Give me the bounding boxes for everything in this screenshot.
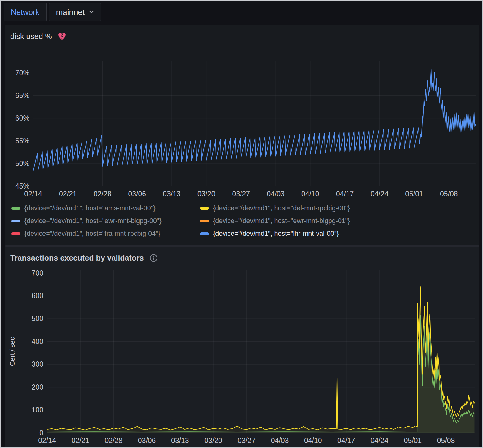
legend-label[interactable]: {device="/dev/md1", host="lhr-mnt-val-00…	[213, 230, 339, 238]
network-variable-label: Network	[4, 3, 47, 21]
dashboard-page: Network mainnet disk used % 45%50%55%60%…	[0, 0, 483, 448]
transactions-panel-title: Transactions executed by validators	[10, 253, 144, 262]
svg-text:55%: 55%	[15, 137, 29, 145]
transactions-panel-header[interactable]: Transactions executed by validators	[5, 247, 479, 262]
svg-text:02/28: 02/28	[105, 437, 123, 445]
svg-text:05/08: 05/08	[437, 437, 455, 445]
disk-used-panel: disk used % 45%50%55%60%65%70%02/1402/21…	[5, 25, 479, 246]
svg-text:03/13: 03/13	[171, 437, 189, 445]
svg-text:400: 400	[32, 338, 43, 346]
svg-text:03/20: 03/20	[197, 190, 215, 198]
legend-label[interactable]: {device="/dev/md1", host="ewr-mnt-bigpg-…	[213, 217, 350, 225]
svg-text:60%: 60%	[15, 114, 29, 122]
legend-swatch	[200, 232, 209, 235]
svg-text:02/14: 02/14	[38, 437, 56, 445]
legend-item-del-mnt-rpcbig-00[interactable]: {device="/dev/md1", host="del-mnt-rpcbig…	[200, 204, 350, 212]
legend-item-fra-mnt-rpcbig-04[interactable]: {device="/dev/md1", host="fra-mnt-rpcbig…	[11, 230, 197, 238]
svg-text:700: 700	[32, 269, 43, 277]
svg-text:04/03: 04/03	[271, 437, 289, 445]
svg-text:04/10: 04/10	[301, 190, 319, 198]
svg-text:05/01: 05/01	[405, 190, 423, 198]
network-dropdown-value[interactable]: mainnet	[56, 7, 85, 17]
broken-heart-icon	[58, 33, 66, 41]
svg-text:45%: 45%	[15, 182, 29, 190]
legend-swatch	[11, 220, 20, 222]
svg-text:04/03: 04/03	[267, 190, 285, 198]
svg-text:02/21: 02/21	[71, 437, 89, 445]
legend-label[interactable]: {device="/dev/md1", host="fra-mnt-rpcbig…	[24, 230, 160, 238]
legend-label[interactable]: {device="/dev/md1", host="ams-mnt-val-00…	[24, 204, 156, 212]
transactions-panel: Transactions executed by validators 0100…	[5, 246, 479, 448]
transactions-chart[interactable]: 010020030040050060070002/1402/2102/2803/…	[5, 263, 479, 448]
svg-text:70%: 70%	[15, 69, 29, 77]
legend-swatch	[11, 207, 20, 210]
svg-text:50%: 50%	[15, 159, 29, 168]
dashboard-topbar: Network mainnet	[4, 3, 101, 21]
svg-text:02/14: 02/14	[24, 190, 42, 198]
svg-text:500: 500	[32, 315, 43, 323]
svg-text:03/27: 03/27	[232, 190, 250, 198]
svg-text:05/08: 05/08	[440, 190, 458, 198]
svg-text:04/24: 04/24	[370, 437, 388, 445]
svg-text:03/20: 03/20	[204, 437, 222, 445]
svg-text:03/13: 03/13	[163, 190, 181, 198]
svg-text:600: 600	[32, 292, 43, 300]
svg-text:04/17: 04/17	[336, 190, 354, 198]
disk-used-panel-title: disk used %	[10, 32, 52, 41]
svg-text:03/06: 03/06	[128, 190, 146, 198]
chevron-down-icon	[89, 11, 94, 14]
svg-text:65%: 65%	[15, 92, 29, 100]
svg-text:04/24: 04/24	[371, 190, 389, 198]
legend-swatch	[200, 207, 209, 210]
svg-text:04/10: 04/10	[304, 437, 322, 445]
legend-item-ewr-mnt-bigpg-00[interactable]: {device="/dev/md1", host="ewr-mnt-bigpg-…	[11, 217, 197, 225]
info-icon[interactable]	[149, 254, 158, 262]
disk-used-chart[interactable]: 45%50%55%60%65%70%02/1402/2102/2803/0603…	[5, 47, 479, 202]
legend-item-lhr-mnt-val-00[interactable]: {device="/dev/md1", host="lhr-mnt-val-00…	[200, 230, 350, 238]
network-label: Network	[11, 8, 39, 17]
legend-swatch	[11, 232, 20, 235]
legend-label[interactable]: {device="/dev/md1", host="ewr-mnt-bigpg-…	[24, 217, 162, 225]
svg-text:04/17: 04/17	[337, 437, 355, 445]
svg-text:300: 300	[32, 360, 43, 368]
disk-used-panel-header[interactable]: disk used %	[5, 25, 479, 41]
svg-text:Cert / sec: Cert / sec	[8, 337, 16, 366]
svg-text:200: 200	[32, 383, 43, 391]
disk-used-legend: {device="/dev/md1", host="ams-mnt-val-00…	[11, 204, 350, 238]
legend-item-ams-mnt-val-00[interactable]: {device="/dev/md1", host="ams-mnt-val-00…	[11, 204, 197, 212]
legend-item-ewr-mnt-bigpg-01[interactable]: {device="/dev/md1", host="ewr-mnt-bigpg-…	[200, 217, 350, 225]
svg-text:03/06: 03/06	[138, 437, 156, 445]
svg-text:100: 100	[32, 406, 43, 414]
network-dropdown[interactable]: mainnet	[49, 3, 101, 21]
svg-text:02/28: 02/28	[94, 190, 112, 198]
svg-text:0: 0	[39, 429, 43, 437]
svg-text:03/27: 03/27	[238, 437, 256, 445]
svg-text:02/21: 02/21	[59, 190, 77, 198]
legend-label[interactable]: {device="/dev/md1", host="del-mnt-rpcbig…	[213, 204, 350, 212]
svg-text:05/01: 05/01	[404, 437, 422, 445]
legend-swatch	[200, 220, 209, 222]
